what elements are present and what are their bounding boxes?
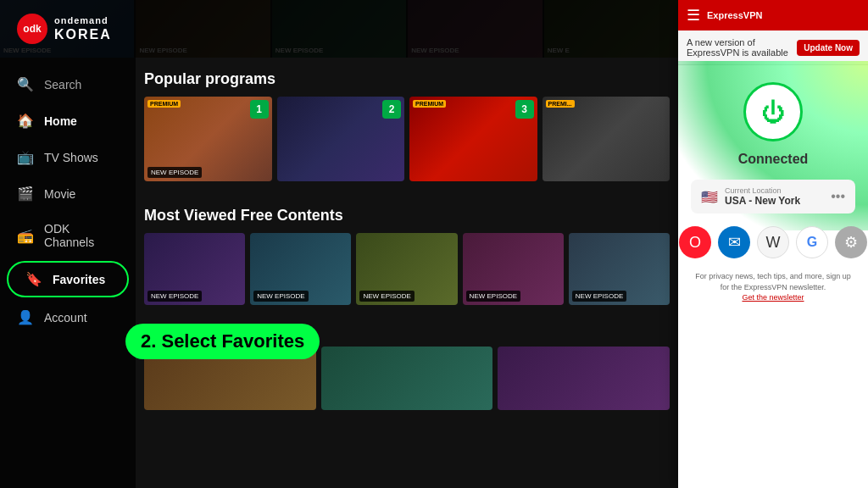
free-card-1[interactable]: NEW EPISODE [144, 233, 245, 305]
logo-bottom: KOREA [54, 26, 112, 42]
rank-3: 3 [515, 100, 534, 119]
main-content: Popular programs PREMIUM 1 NEW EPISODE 2… [136, 58, 678, 488]
vpn-menu-icon[interactable]: ☰ [687, 6, 700, 25]
vpn-shortcut-google[interactable]: G [796, 226, 828, 258]
rank-1: 1 [250, 100, 269, 119]
free-ep-label-1: NEW EPISODE [147, 291, 202, 302]
vpn-newsletter-link[interactable]: Get the newsletter [742, 293, 804, 302]
site-header: odk ondemand KOREA [0, 0, 678, 58]
sidebar-item-favorites[interactable]: 🔖 Favorites [7, 261, 129, 297]
free-ep-label-4: NEW EPISODE [466, 291, 520, 302]
site-logo: odk ondemand KOREA [17, 14, 112, 44]
sidebar: 🔍 Search 🏠 Home 📺 TV Shows 🎬 Movie 📻 ODK… [0, 58, 136, 488]
odk-icon: 📻 [17, 228, 34, 244]
free-content-row: NEW EPISODE NEW EPISODE NEW EPISODE NEW … [136, 233, 678, 313]
vpn-update-text: A new version of ExpressVPN is available [687, 37, 797, 58]
fav-card-2[interactable] [321, 347, 493, 410]
vpn-power-icon: ⏻ [761, 98, 785, 126]
favorites-icon: 🔖 [25, 271, 42, 287]
vpn-location-name: USA - New York [725, 195, 824, 207]
vpn-power-button[interactable]: ⏻ [743, 82, 803, 141]
vpn-shortcut-settings[interactable]: ⚙ [835, 226, 867, 258]
vpn-more-icon[interactable]: ••• [831, 189, 845, 204]
streaming-site: NEW EPISODE NEW EPISODE NEW EPISODE NEW … [0, 0, 678, 488]
popular-card-2[interactable]: 2 [277, 97, 405, 181]
sidebar-label-movie: Movie [44, 187, 75, 201]
vpn-header: ☰ ExpressVPN [678, 0, 868, 30]
premium-badge-3: PREMIUM [413, 100, 446, 108]
fav-card-3[interactable] [498, 347, 670, 410]
sidebar-label-favorites: Favorites [53, 273, 105, 286]
free-card-2[interactable]: NEW EPISODE [250, 233, 351, 305]
sidebar-item-home[interactable]: 🏠 Home [0, 103, 136, 139]
sidebar-item-search[interactable]: 🔍 Search [0, 66, 136, 103]
vpn-location-bar[interactable]: 🇺🇸 Current Location USA - New York ••• [691, 180, 855, 214]
vpn-update-bar: A new version of ExpressVPN is available… [678, 30, 868, 65]
vpn-shortcut-mail[interactable]: ✉ [718, 226, 750, 258]
free-content-title: Most Viewed Free Contents [136, 194, 678, 233]
vpn-shortcut-wikipedia[interactable]: W [757, 226, 789, 258]
new-ep-1: NEW EPISODE [147, 167, 202, 178]
vpn-update-button[interactable]: Update Now [797, 40, 860, 56]
vpn-newsletter-text: For privacy news, tech tips, and more, s… [691, 271, 855, 303]
popular-title: Popular programs [136, 58, 678, 97]
home-icon: 🏠 [17, 113, 34, 129]
vpn-body-inner: ⏻ Connected 🇺🇸 Current Location USA - Ne… [691, 82, 855, 310]
sidebar-item-account[interactable]: 👤 Account [0, 299, 136, 336]
sidebar-item-tvshows[interactable]: 📺 TV Shows [0, 139, 136, 175]
logo-icon: odk [17, 14, 47, 44]
premium-badge-4: PREMI... [546, 100, 575, 108]
popular-row: PREMIUM 1 NEW EPISODE 2 PREMIUM 3 PREMI.… [136, 97, 678, 190]
premium-badge-1: PREMIUM [147, 100, 181, 108]
logo-text: ondemand KOREA [54, 15, 112, 42]
account-icon: 👤 [17, 309, 34, 325]
vpn-connected-status: Connected [738, 152, 809, 167]
sidebar-label-odk: ODK Channels [44, 222, 119, 249]
free-card-4[interactable]: NEW EPISODE [463, 233, 564, 305]
tv-icon: 📺 [17, 149, 34, 165]
sidebar-item-odk[interactable]: 📻 ODK Channels [0, 212, 136, 259]
sidebar-label-home: Home [44, 114, 77, 128]
logo-top: ondemand [54, 15, 112, 26]
popular-card-4[interactable]: PREMI... [542, 97, 670, 181]
free-card-3[interactable]: NEW EPISODE [356, 233, 457, 305]
popular-card-3[interactable]: PREMIUM 3 [409, 97, 537, 181]
vpn-newsletter-body: For privacy news, tech tips, and more, s… [695, 272, 851, 291]
vpn-location-label: Current Location [725, 186, 824, 195]
popular-card-1[interactable]: PREMIUM 1 NEW EPISODE [144, 97, 272, 181]
vpn-shortcut-opera[interactable]: O [679, 226, 711, 258]
movie-icon: 🎬 [17, 186, 34, 202]
free-ep-label-5: NEW EPISODE [572, 291, 626, 302]
rank-2: 2 [382, 100, 401, 119]
vpn-logo-text: ExpressVPN [707, 10, 762, 20]
vpn-body: ⏻ Connected 🇺🇸 Current Location USA - Ne… [678, 65, 868, 488]
sidebar-item-movie[interactable]: 🎬 Movie [0, 175, 136, 212]
vpn-location-info: Current Location USA - New York [725, 186, 824, 207]
select-favorites-callout: 2. Select Favorites [125, 324, 320, 359]
free-ep-label-3: NEW EPISODE [359, 291, 414, 302]
vpn-shortcuts: O ✉ W G ⚙ [679, 226, 867, 258]
sidebar-label-search: Search [44, 78, 81, 92]
vpn-flag-icon: 🇺🇸 [701, 189, 718, 205]
vpn-panel: ☰ ExpressVPN A new version of ExpressVPN… [678, 0, 868, 488]
sidebar-label-account: Account [44, 311, 87, 324]
sidebar-label-tvshows: TV Shows [44, 151, 98, 164]
search-icon: 🔍 [17, 76, 34, 92]
free-ep-label-2: NEW EPISODE [253, 291, 308, 302]
free-card-5[interactable]: NEW EPISODE [569, 233, 670, 305]
select-favorites-text: 2. Select Favorites [141, 330, 304, 352]
